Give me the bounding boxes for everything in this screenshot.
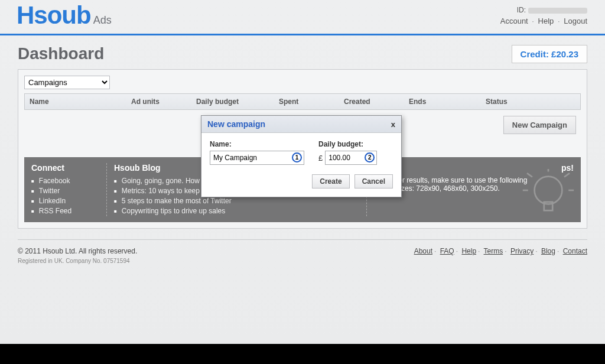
campaign-name-input[interactable] (210, 151, 304, 165)
col-created[interactable]: Created (344, 98, 409, 106)
new-campaign-modal: New campaign x Name: 1 Daily budget: £ 2 (201, 115, 402, 197)
connect-item[interactable]: Facebook (31, 176, 99, 186)
view-select[interactable]: Campaigns (24, 76, 110, 89)
help-link[interactable]: Help (538, 17, 554, 25)
footer-links: About· FAQ· Help· Terms· Privacy· Blog· … (414, 247, 587, 264)
blog-item[interactable]: Copywriting tips to drive up sales (114, 206, 359, 216)
legal: Registered in UK. Company No. 07571594 (18, 258, 137, 264)
account-links: Account · Help · Logout (500, 17, 587, 25)
connect-item[interactable]: RSS Feed (31, 206, 99, 216)
blog-item[interactable]: 5 steps to make the most of Twitter (114, 196, 359, 206)
footer-link[interactable]: Blog (541, 247, 555, 255)
svg-point-0 (535, 177, 562, 204)
footer-link[interactable]: FAQ (440, 247, 454, 255)
footer-link[interactable]: Privacy (510, 247, 534, 255)
name-label: Name: (210, 140, 304, 148)
footer-link[interactable]: Help (461, 247, 476, 255)
logout-link[interactable]: Logout (564, 17, 587, 25)
step-marker-1: 1 (292, 152, 302, 162)
connect-item[interactable]: LinkedIn (31, 196, 99, 206)
modal-title: New campaign (207, 119, 265, 129)
create-button[interactable]: Create (312, 174, 349, 188)
logo: HsoubAds (17, 1, 112, 30)
connect-title: Connect (31, 163, 99, 173)
currency-symbol: £ (318, 154, 323, 162)
cancel-button[interactable]: Cancel (354, 174, 393, 188)
footer-link[interactable]: About (414, 247, 432, 255)
logo-main: Hsoub (17, 1, 91, 29)
footer-link[interactable]: Terms (484, 247, 503, 255)
col-daily-budget[interactable]: Daily budget (196, 98, 279, 106)
page-footer: © 2011 Hsoub Ltd. All rights reserved. R… (18, 239, 587, 264)
budget-label: Daily budget: (318, 140, 377, 148)
table-header: Name Ad units Daily budget Spent Created… (24, 93, 581, 110)
col-status[interactable]: Status (486, 98, 580, 106)
id-label: ID: (517, 6, 526, 14)
col-spent[interactable]: Spent (279, 98, 344, 106)
col-ends[interactable]: Ends (409, 98, 486, 106)
col-ad-units[interactable]: Ad units (131, 98, 196, 106)
close-icon[interactable]: x (391, 120, 395, 129)
credit-badge[interactable]: Credit: £20.23 (512, 45, 587, 63)
footer-link[interactable]: Contact (563, 247, 587, 255)
col-name[interactable]: Name (25, 98, 131, 106)
app-header: HsoubAds ID: Account · Help · Logout (0, 0, 605, 35)
id-redacted (528, 8, 587, 14)
lightbulb-icon (522, 166, 575, 222)
svg-line-3 (527, 173, 532, 177)
page-title: Dashboard (18, 44, 104, 63)
copyright: © 2011 Hsoub Ltd. All rights reserved. (18, 247, 137, 255)
id-line: ID: (517, 6, 587, 14)
account-link[interactable]: Account (500, 17, 528, 25)
logo-sub: Ads (93, 14, 112, 26)
connect-item[interactable]: Twitter (31, 186, 99, 196)
new-campaign-button[interactable]: New Campaign (503, 116, 576, 134)
svg-line-4 (564, 173, 570, 177)
